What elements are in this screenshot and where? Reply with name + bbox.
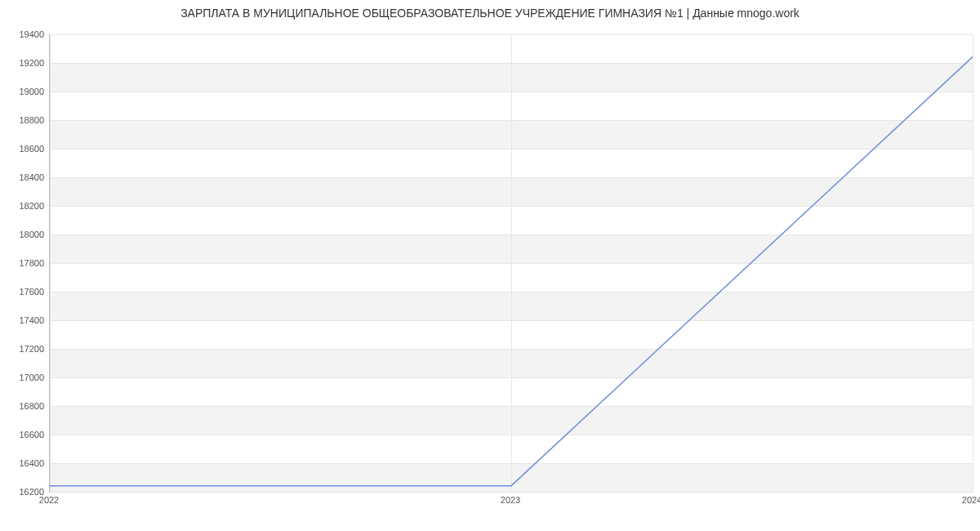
y-tick-label: 17400 — [3, 315, 44, 325]
y-tick-label: 16400 — [3, 458, 44, 468]
x-tick-label: 2022 — [39, 495, 59, 505]
y-tick-label: 17600 — [3, 287, 44, 297]
y-tick-label: 16600 — [3, 430, 44, 440]
y-tick-label: 19000 — [3, 87, 44, 96]
y-tick-label: 17000 — [3, 373, 44, 382]
y-tick-label: 18400 — [3, 172, 44, 182]
y-tick-label: 17800 — [3, 258, 44, 268]
y-tick-label: 18600 — [3, 144, 44, 154]
y-tick-label: 19400 — [3, 29, 44, 39]
line-layer — [50, 34, 973, 492]
y-tick-label: 17200 — [3, 344, 44, 354]
chart-title: ЗАРПЛАТА В МУНИЦИПАЛЬНОЕ ОБЩЕОБРАЗОВАТЕЛ… — [0, 7, 980, 20]
gridline-h — [50, 492, 973, 493]
y-tick-label: 18200 — [3, 201, 44, 211]
y-tick-label: 19200 — [3, 58, 44, 68]
x-tick-label: 2024 — [962, 495, 980, 505]
gridline-v — [973, 34, 973, 492]
plot-area — [49, 34, 973, 493]
series-line — [50, 57, 973, 486]
y-tick-label: 16200 — [3, 487, 44, 497]
y-tick-label: 16800 — [3, 401, 44, 411]
chart-container: ЗАРПЛАТА В МУНИЦИПАЛЬНОЕ ОБЩЕОБРАЗОВАТЕЛ… — [0, 0, 980, 531]
y-tick-label: 18800 — [3, 115, 44, 125]
y-tick-label: 18000 — [3, 230, 44, 239]
x-tick-label: 2023 — [501, 495, 520, 505]
